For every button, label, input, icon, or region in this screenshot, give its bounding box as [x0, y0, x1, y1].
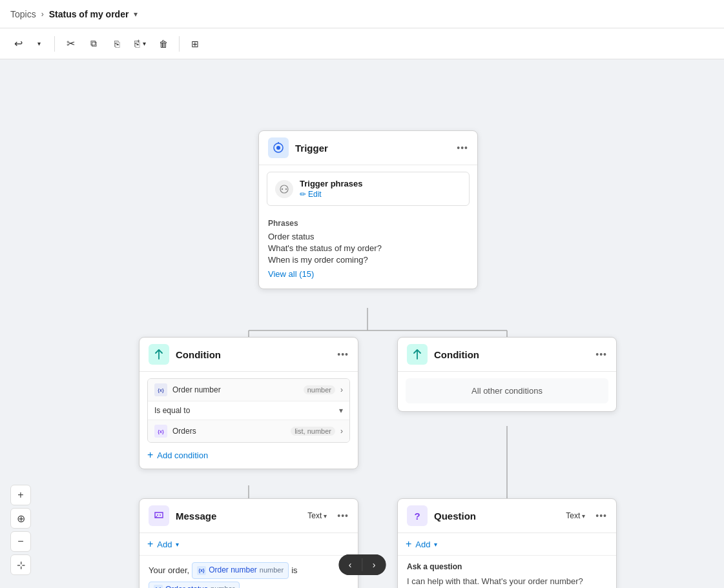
phrase-1: Order status — [268, 232, 468, 241]
message-text-chevron: ▾ — [324, 512, 327, 520]
message-title: Message — [176, 511, 301, 522]
q-add-plus-icon: + — [406, 538, 411, 550]
all-other-box: All other conditions — [406, 378, 608, 403]
zoom-out-btn[interactable]: − — [10, 531, 31, 552]
question-text-badge: Text ▾ — [566, 511, 585, 520]
trigger-menu-btn[interactable]: ••• — [457, 143, 468, 152]
undo-button[interactable]: ↩ — [8, 34, 28, 54]
question-add-row[interactable]: + Add ▾ — [398, 533, 616, 556]
condition-right-header: Condition ••• — [398, 338, 616, 372]
condition-left-menu-btn[interactable]: ••• — [337, 350, 349, 359]
topics-link[interactable]: Topics — [10, 9, 36, 19]
add-plus-icon: + — [147, 538, 153, 550]
locate-btn[interactable]: ⊕ — [10, 508, 31, 529]
field-2-type: list, number — [291, 427, 335, 436]
condition-right-node: Condition ••• All other conditions — [397, 337, 617, 412]
view-all-link[interactable]: View all (15) — [268, 269, 314, 279]
svg-point-11 — [276, 146, 280, 150]
message-text-toggle[interactable]: Text ▾ — [307, 511, 327, 520]
cut-button[interactable]: ✂ — [60, 34, 81, 54]
condition-right-icon — [407, 344, 428, 365]
add-condition-btn[interactable]: + Add condition — [140, 443, 358, 469]
message-node: Message Text ▾ ••• + Add ▾ Your order, {… — [139, 498, 358, 588]
header: Topics › Status of my order ▾ — [0, 0, 724, 28]
title-dropdown-icon[interactable]: ▾ — [134, 10, 138, 19]
breadcrumb-separator: › — [41, 10, 44, 19]
var-icon-2: {x} — [154, 425, 167, 438]
paste-button[interactable]: ⎘ — [107, 34, 127, 54]
tp-content: Trigger phrases ✏ Edit — [300, 179, 461, 199]
paste-add-button[interactable]: ⎘+ ▾ — [130, 34, 150, 54]
svg-point-13 — [280, 185, 288, 193]
page-title: Status of my order — [49, 9, 129, 19]
svg-point-16 — [157, 514, 158, 516]
question-menu-btn[interactable]: ••• — [595, 511, 607, 520]
zoom-in-btn[interactable]: + — [10, 485, 31, 505]
question-node: ? Question Text ▾ ••• + Add ▾ Ask a ques… — [397, 498, 617, 588]
nav-next-btn[interactable]: › — [362, 554, 386, 575]
operator-chevron: ▾ — [339, 406, 343, 415]
message-text-label: Text — [307, 511, 322, 520]
question-title: Question — [434, 511, 559, 522]
condition-field-2: {x} Orders list, number › — [148, 420, 349, 442]
var-icon-1: {x} — [154, 383, 167, 396]
message-add-row[interactable]: + Add ▾ — [140, 533, 358, 556]
chip-label-2: Order status — [165, 583, 208, 588]
question-text-toggle[interactable]: Text ▾ — [566, 511, 585, 520]
toolbar-divider-1 — [54, 36, 55, 52]
chip-type-2: number — [211, 583, 234, 588]
question-icon: ? — [407, 505, 428, 526]
toolbar: ↩ ▾ ✂ ⧉ ⎘ ⎘+ ▾ 🗑 ⊞ — [0, 28, 724, 59]
operator-label: Is equal to — [154, 406, 190, 415]
variable-button[interactable]: ⊞ — [185, 34, 205, 54]
condition-operator[interactable]: Is equal to ▾ — [148, 401, 349, 420]
tp-edit-btn[interactable]: ✏ Edit — [300, 190, 461, 199]
var-chip-2: {x} Order status number — [149, 582, 240, 588]
trigger-icon — [268, 137, 289, 158]
undo-dropdown-button[interactable]: ▾ — [28, 34, 49, 54]
question-text: I can help with that. What's your order … — [407, 575, 607, 588]
condition-left-node: Condition ••• {x} Order number number › … — [139, 337, 358, 469]
question-text-chevron: ▾ — [582, 512, 585, 520]
ask-label: Ask a question — [407, 562, 607, 571]
delete-button[interactable]: 🗑 — [153, 34, 174, 54]
trigger-phrases-box: Trigger phrases ✏ Edit — [267, 172, 470, 206]
copy-button[interactable]: ⧉ — [83, 34, 104, 54]
cursor-btn[interactable]: ⊹ — [10, 554, 31, 575]
condition-row: {x} Order number number › Is equal to ▾ … — [147, 378, 350, 443]
field-2-label: Orders — [172, 427, 285, 436]
add-label: Add — [157, 540, 172, 549]
field-1-type: number — [304, 385, 335, 394]
tp-icon — [275, 180, 293, 198]
message-text-badge: Text ▾ — [307, 511, 327, 520]
pencil-icon: ✏ — [300, 190, 306, 199]
trigger-node-header: Trigger ••• — [259, 131, 477, 165]
message-content: Your order, {x} Order number number is {… — [140, 556, 358, 588]
question-text-label: Text — [566, 511, 580, 520]
add-chevron-icon: ▾ — [176, 541, 179, 548]
content-prefix: Your order, — [149, 563, 189, 578]
field-2-arrow: › — [340, 427, 343, 436]
svg-point-14 — [282, 188, 283, 190]
canvas: Trigger ••• Trigger phrases ✏ Edit Phras… — [0, 59, 724, 588]
field-1-label: Order number — [172, 385, 298, 394]
trigger-title: Trigger — [295, 143, 450, 154]
plus-icon: + — [147, 449, 153, 461]
condition-left-header: Condition ••• — [140, 338, 358, 372]
chip-icon-2: {x} — [154, 585, 163, 588]
question-node-header: ? Question Text ▾ ••• — [398, 499, 616, 533]
chip-type-1: number — [260, 564, 284, 577]
chip-icon-1: {x} — [197, 566, 206, 575]
q-add-chevron-icon: ▾ — [434, 541, 437, 548]
phrase-2: What's the status of my order? — [268, 243, 468, 253]
nav-prev-btn[interactable]: ‹ — [338, 554, 362, 575]
phrases-section: Phrases Order status What's the status o… — [259, 212, 477, 289]
undo-split-btn: ↩ ▾ — [8, 34, 49, 54]
message-menu-btn[interactable]: ••• — [337, 511, 349, 520]
phrase-3: When is my order coming? — [268, 255, 468, 265]
condition-right-menu-btn[interactable]: ••• — [595, 350, 607, 359]
condition-left-icon — [149, 344, 169, 365]
svg-point-17 — [160, 514, 161, 516]
tp-title: Trigger phrases — [300, 179, 461, 188]
condition-right-title: Condition — [434, 349, 589, 360]
